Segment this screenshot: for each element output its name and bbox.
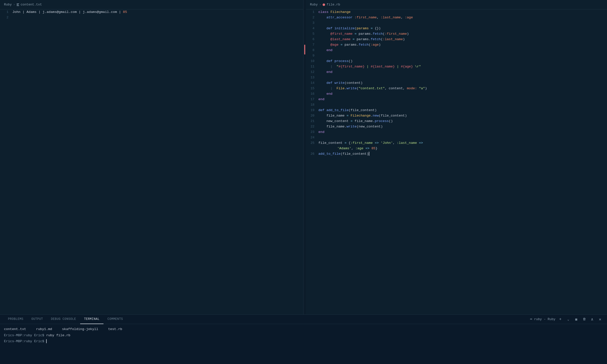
terminal-label: ruby - Ruby [534, 317, 555, 321]
table-row: 5 @first_name = params.fetch(:first_name… [306, 31, 607, 37]
table-row: 9 [306, 53, 607, 59]
left-filename: content.txt [21, 3, 42, 6]
list-item: content.txt [4, 326, 26, 333]
list-item: test.rb [108, 326, 122, 333]
delete-terminal-button[interactable]: 🗑 [581, 316, 587, 322]
table-row: 12 end [306, 69, 607, 75]
table-row: 18 [306, 102, 607, 108]
table-row: 3 [306, 20, 607, 26]
right-breadcrumb: Ruby › file.rb [310, 3, 340, 6]
table-row: 21 new_content = file_name.process() [306, 119, 607, 124]
right-project-name: Ruby [310, 3, 318, 6]
table-row: 1 John | Adams | j.adams@gmail.com | j.a… [0, 9, 303, 15]
list-item: skaffolding-jekyll [62, 326, 98, 333]
layout-button[interactable]: ▦ [573, 316, 579, 322]
table-row: 11 | "#{first_name} | #{last_name} | #{a… [306, 64, 607, 69]
right-tab: Ruby › file.rb [306, 0, 607, 9]
tab-debug-console[interactable]: DEBUG CONSOLE [47, 315, 80, 324]
right-sep: › [319, 3, 321, 6]
bottom-tabs: PROBLEMS OUTPUT DEBUG CONSOLE TERMINAL C… [0, 315, 607, 324]
bottom-toolbar: ⌨ ruby - Ruby + ⌄ ▦ 🗑 ∧ ✕ [530, 316, 603, 322]
tab-output[interactable]: OUTPUT [27, 315, 47, 324]
ruby-dot-icon [323, 3, 325, 6]
left-breadcrumb: Ruby › content.txt [4, 3, 42, 6]
table-row: 8 end [306, 48, 607, 53]
table-row: 15 | File.write("content.txt", content, … [306, 86, 607, 91]
split-terminal-button[interactable]: ⌄ [565, 316, 571, 322]
bottom-panel: PROBLEMS OUTPUT DEBUG CONSOLE TERMINAL C… [0, 314, 607, 364]
table-row: 22 file_name.write(new_content) [306, 124, 607, 129]
terminal-files-row: content.txt ruby1.md skaffolding-jekyll … [4, 326, 603, 333]
table-row: 16 end [306, 91, 607, 97]
chevron-up-button[interactable]: ∧ [589, 316, 595, 322]
left-sep: › [13, 3, 15, 6]
table-row: 6 @last_name = params.fetch(:last_name) [306, 37, 607, 42]
left-tab: Ruby › content.txt [0, 0, 303, 9]
tab-terminal[interactable]: TERMINAL [80, 315, 103, 324]
terminal-content: content.txt ruby1.md skaffolding-jekyll … [0, 324, 607, 364]
table-row: 20 file_name = Filechange.new(file_conte… [306, 113, 607, 119]
tab-comments[interactable]: COMMENTS [103, 315, 127, 324]
table-row: 24 [306, 135, 607, 140]
terminal-line: Erics-MBP:ruby Eric$ ruby file.rb [4, 333, 603, 338]
left-code-container[interactable]: 1 John | Adams | j.adams@gmail.com | j.a… [0, 9, 303, 314]
scrollbar-thumb[interactable] [304, 45, 305, 55]
table-row: 25 file_content = {:first_name => 'John'… [306, 140, 607, 151]
list-item: ruby1.md [36, 326, 52, 333]
close-panel-button[interactable]: ✕ [597, 316, 603, 322]
table-row: 2 [0, 15, 303, 20]
terminal-line: Erics-MBP:ruby Eric$ [4, 338, 603, 344]
table-row: 4 def initialize(params = {}) [306, 26, 607, 31]
editor-divider [304, 0, 306, 314]
file-lines-icon [17, 3, 19, 6]
right-editor-pane: Ruby › file.rb 1 class Filechange 2 attr… [306, 0, 607, 314]
add-terminal-button[interactable]: + [557, 316, 563, 322]
left-editor-pane: Ruby › content.txt 1 John | Adams | j.ad… [0, 0, 304, 314]
table-row: 19 def add_to_file(file_content) [306, 108, 607, 113]
table-row: 7 @age = params.fetch(:age) [306, 42, 607, 48]
table-row: 1 class Filechange [306, 9, 607, 15]
table-row: 23 end [306, 129, 607, 135]
terminal-output: Erics-MBP:ruby Eric$ ruby file.rb Erics-… [4, 333, 603, 344]
tab-problems[interactable]: PROBLEMS [4, 315, 27, 324]
right-code-container[interactable]: 1 class Filechange 2 attr_accessor :firs… [306, 9, 607, 314]
terminal-icon: ⌨ [530, 317, 532, 321]
table-row: 14 def write(content) [306, 80, 607, 86]
table-row: 2 attr_accessor :first_name, :last_name,… [306, 15, 607, 20]
editor-area: Ruby › content.txt 1 John | Adams | j.ad… [0, 0, 607, 314]
table-row: 13 [306, 75, 607, 80]
table-row: 26 add_to_file(file_content) [306, 151, 607, 157]
table-row: 17 end [306, 97, 607, 102]
left-project-name: Ruby [4, 3, 12, 6]
table-row: 10 def process() [306, 59, 607, 64]
right-filename: file.rb [327, 3, 340, 6]
